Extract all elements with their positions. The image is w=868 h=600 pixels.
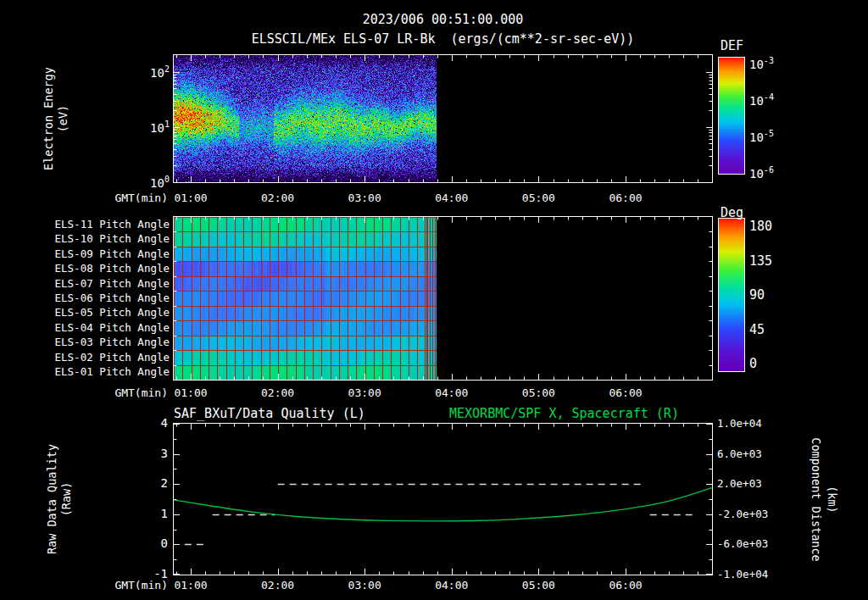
x-tick-label-p2: 05:00 (513, 386, 564, 399)
component-distance-units-label: (km) (825, 407, 839, 593)
x-tick-label-p2: 04:00 (426, 386, 477, 399)
deg-colorbar-tick-label: 180 (749, 219, 772, 234)
quality-y-tick-label: 0 (127, 536, 168, 550)
x-tick-label-p3: 02:00 (253, 579, 303, 592)
pitch-row-label: ELS-02 Pitch Angle (17, 351, 170, 364)
x-tick-label-p1: 04:00 (426, 192, 477, 204)
pitch-row-label: ELS-03 Pitch Angle (17, 336, 170, 348)
p1-y-tick-label: 102 (124, 64, 170, 80)
distance-y-tick-label: -6.0e+03 (717, 537, 785, 550)
pitch-angle-canvas (174, 217, 712, 380)
x-tick-label-p1: 03:00 (339, 192, 390, 204)
x-tick-label-p1: 06:00 (600, 192, 651, 204)
raw-data-quality-axis-label: Raw Data Quality (Raw) (45, 406, 74, 592)
tick-base: 10 (150, 176, 164, 190)
deg-colorbar-tick-label: 90 (749, 287, 765, 303)
axis-label-line: (Raw) (59, 406, 74, 592)
spectrogram-panel (173, 54, 713, 183)
tick-base: 10 (749, 58, 764, 71)
deg-colorbar-tick-label: 135 (749, 253, 772, 269)
axis-label-line: Raw Data Quality (45, 406, 59, 592)
quality-y-tick-label: 2 (127, 476, 168, 490)
spectrogram-canvas (174, 55, 712, 182)
x-tick-label-p1: 01:00 (165, 192, 216, 204)
tick-base: 10 (749, 167, 764, 181)
distance-y-tick-label: 2.0e+03 (717, 477, 785, 490)
gmt-axis-label: GMT(min) (83, 579, 168, 592)
tick-exponent: 2 (164, 64, 170, 74)
tick-base: 10 (749, 94, 764, 108)
pitch-row-label: ELS-09 Pitch Angle (17, 247, 170, 260)
quality-y-tick-label: 3 (127, 447, 168, 460)
distance-y-tick-label: -2.0e+03 (717, 508, 785, 520)
x-tick-label-p3: 04:00 (426, 579, 477, 592)
pitch-row-label: ELS-07 Pitch Angle (17, 277, 170, 290)
quality-distance-panel (173, 423, 713, 575)
tick-base: 10 (150, 65, 164, 79)
def-colorbar-tick-label: 10-5 (749, 129, 774, 144)
x-tick-label-p1: 02:00 (253, 192, 303, 204)
pitch-angle-panel (173, 216, 713, 381)
tick-base: 10 (749, 131, 764, 144)
tick-exponent: -4 (764, 92, 774, 102)
gmt-axis-label: GMT(min) (83, 386, 168, 399)
deg-colorbar-tick-label: 0 (749, 356, 757, 371)
pitch-row-label: ELS-04 Pitch Angle (17, 321, 170, 334)
deg-colorbar (718, 218, 745, 372)
axis-label-line: (eV) (56, 25, 70, 212)
pitch-row-label: ELS-08 Pitch Angle (17, 262, 170, 275)
axis-label-line: Electron Energy (42, 25, 56, 212)
spacecraft-plot-title: MEXORBMC/SPF X, Spacecraft (R) (449, 406, 679, 421)
deg-colorbar-tick-label: 45 (749, 322, 765, 337)
tick-exponent: 0 (164, 175, 170, 184)
p1-y-tick-label: 101 (124, 119, 170, 135)
pitch-row-label: ELS-01 Pitch Angle (17, 365, 170, 378)
p1-y-tick-label: 100 (124, 175, 170, 190)
def-colorbar-tick-label: 10-3 (749, 56, 774, 71)
tick-exponent: 1 (164, 119, 170, 129)
quality-y-tick-label: 1 (127, 507, 168, 520)
component-distance-axis-label: Component Distance (809, 407, 823, 593)
line-plot-canvas (174, 424, 712, 575)
deg-colorbar-title: Deg (721, 205, 743, 220)
x-tick-label-p3: 06:00 (600, 579, 651, 592)
def-colorbar-title: DEF (721, 38, 743, 53)
x-tick-label-p3: 03:00 (339, 579, 390, 592)
gmt-axis-label: GMT(min) (83, 192, 168, 204)
pitch-row-label: ELS-06 Pitch Angle (17, 292, 170, 304)
quality-plot-title: SAF_BXuT/Data Quality (L) (174, 406, 365, 421)
distance-y-tick-label: 1.0e+04 (717, 417, 785, 430)
x-tick-label-p2: 03:00 (339, 386, 390, 399)
quality-y-tick-label: 4 (127, 416, 168, 430)
distance-y-tick-label: 6.0e+03 (717, 447, 785, 460)
x-tick-label-p2: 06:00 (600, 386, 651, 399)
pitch-row-label: ELS-11 Pitch Angle (17, 218, 170, 231)
x-tick-label-p3: 05:00 (513, 579, 564, 592)
spectrogram-screen: 2023/006 00:51:00.000 ELSSCIL/MEx ELS-07… (0, 0, 868, 600)
distance-y-tick-label: -1.0e+04 (717, 568, 785, 581)
pitch-row-label: ELS-05 Pitch Angle (17, 306, 170, 319)
page-title: 2023/006 00:51:00.000 (174, 12, 712, 27)
x-tick-label-p2: 01:00 (165, 386, 216, 399)
tick-base: 10 (150, 120, 164, 134)
x-tick-label-p1: 05:00 (513, 192, 564, 204)
tick-exponent: -3 (764, 56, 774, 65)
tick-exponent: -5 (764, 129, 774, 138)
def-colorbar (718, 57, 745, 175)
quality-y-tick-label: -1 (127, 567, 168, 581)
x-tick-label-p2: 02:00 (253, 386, 303, 399)
def-colorbar-tick-label: 10-4 (749, 92, 774, 108)
plot-subtitle: ELSSCIL/MEx ELS-07 LR-Bk (ergs/(cm**2-sr… (165, 31, 721, 47)
tick-exponent: -6 (764, 165, 774, 175)
pitch-row-label: ELS-10 Pitch Angle (17, 232, 170, 245)
x-tick-label-p3: 01:00 (165, 579, 216, 592)
electron-energy-axis-label: Electron Energy (eV) (42, 25, 70, 212)
def-colorbar-tick-label: 10-6 (749, 165, 774, 181)
